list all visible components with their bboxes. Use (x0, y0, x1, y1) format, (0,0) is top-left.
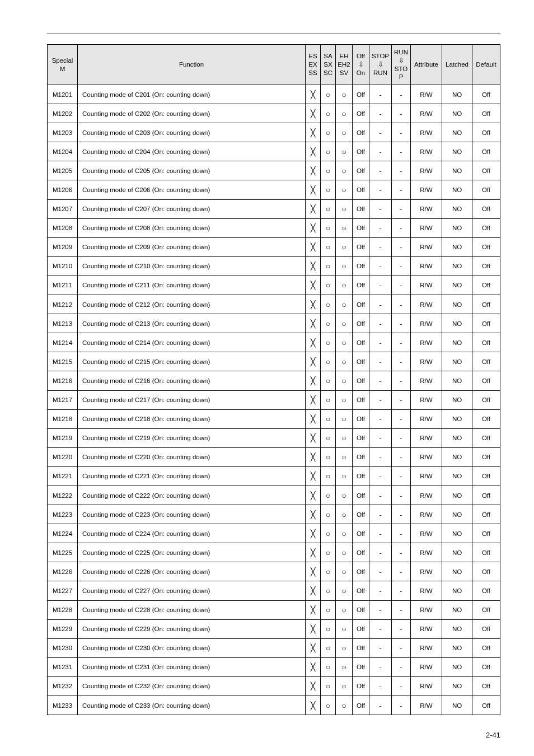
cell-es: ╳ (306, 85, 321, 104)
table-row: M1228Counting mode of C228 (On: counting… (48, 600, 500, 619)
cell-sa: ○ (321, 390, 336, 409)
cell-off: Off (353, 619, 369, 638)
cell-es: ╳ (306, 486, 321, 505)
cell-attribute: R/W (411, 638, 442, 657)
cell-function: Counting mode of C207 (On: counting down… (78, 199, 306, 218)
table-row: M1209Counting mode of C209 (On: counting… (48, 237, 500, 256)
cell-stop: - (369, 638, 392, 657)
cell-sa: ○ (321, 371, 336, 390)
cell-function: Counting mode of C211 (On: counting down… (78, 276, 306, 295)
cell-sa: ○ (321, 562, 336, 581)
cell-run: - (392, 352, 411, 371)
cell-es: ╳ (306, 314, 321, 333)
cell-run: - (392, 180, 411, 199)
cell-function: Counting mode of C204 (On: counting down… (78, 142, 306, 161)
cell-eh: ○ (336, 104, 353, 123)
cell-id: M1232 (48, 676, 78, 696)
cell-attribute: R/W (411, 466, 442, 486)
cell-eh: ○ (336, 447, 353, 466)
cell-id: M1202 (48, 104, 78, 123)
cell-id: M1220 (48, 447, 78, 466)
cell-attribute: R/W (411, 657, 442, 676)
cell-latched: NO (442, 428, 472, 447)
cell-eh: ○ (336, 123, 353, 142)
cell-function: Counting mode of C231 (On: counting down… (78, 657, 306, 676)
cell-id: M1217 (48, 390, 78, 409)
table-row: M1226Counting mode of C226 (On: counting… (48, 562, 500, 581)
cell-off: Off (353, 180, 369, 199)
cell-default: Off (472, 161, 500, 180)
cell-attribute: R/W (411, 123, 442, 142)
cell-function: Counting mode of C209 (On: counting down… (78, 237, 306, 256)
cell-off: Off (353, 352, 369, 371)
cell-stop: - (369, 466, 392, 486)
cell-id: M1204 (48, 142, 78, 161)
cell-default: Off (472, 199, 500, 218)
cell-eh: ○ (336, 600, 353, 619)
cell-es: ╳ (306, 638, 321, 657)
table-row: M1221Counting mode of C221 (On: counting… (48, 466, 500, 486)
table-row: M1208Counting mode of C208 (On: counting… (48, 218, 500, 237)
cell-function: Counting mode of C221 (On: counting down… (78, 466, 306, 486)
cell-latched: NO (442, 276, 472, 295)
cell-stop: - (369, 314, 392, 333)
cell-stop: - (369, 142, 392, 161)
cell-stop: - (369, 333, 392, 352)
cell-id: M1221 (48, 466, 78, 486)
cell-es: ╳ (306, 619, 321, 638)
table-row: M1204Counting mode of C204 (On: counting… (48, 142, 500, 161)
table-row: M1224Counting mode of C224 (On: counting… (48, 524, 500, 543)
cell-default: Off (472, 256, 500, 276)
cell-eh: ○ (336, 352, 353, 371)
cell-off: Off (353, 218, 369, 237)
cell-id: M1208 (48, 218, 78, 237)
cell-latched: NO (442, 371, 472, 390)
cell-stop: - (369, 428, 392, 447)
table-row: M1231Counting mode of C231 (On: counting… (48, 657, 500, 676)
cell-run: - (392, 256, 411, 276)
cell-off: Off (353, 161, 369, 180)
cell-stop: - (369, 447, 392, 466)
cell-eh: ○ (336, 562, 353, 581)
cell-sa: ○ (321, 505, 336, 524)
cell-stop: - (369, 486, 392, 505)
cell-sa: ○ (321, 581, 336, 600)
cell-sa: ○ (321, 543, 336, 562)
cell-off: Off (353, 371, 369, 390)
cell-default: Off (472, 581, 500, 600)
cell-function: Counting mode of C203 (On: counting down… (78, 123, 306, 142)
table-row: M1214Counting mode of C214 (On: counting… (48, 333, 500, 352)
table-header-row: SpecialM Function ESEXSS SASXSC EHEH2SV … (48, 45, 500, 85)
cell-sa: ○ (321, 276, 336, 295)
cell-run: - (392, 85, 411, 104)
cell-id: M1209 (48, 237, 78, 256)
cell-id: M1213 (48, 314, 78, 333)
special-m-table: SpecialM Function ESEXSS SASXSC EHEH2SV … (47, 44, 500, 715)
cell-attribute: R/W (411, 237, 442, 256)
cell-function: Counting mode of C232 (On: counting down… (78, 676, 306, 696)
cell-function: Counting mode of C222 (On: counting down… (78, 486, 306, 505)
cell-default: Off (472, 505, 500, 524)
cell-attribute: R/W (411, 161, 442, 180)
cell-stop: - (369, 657, 392, 676)
cell-eh: ○ (336, 409, 353, 428)
cell-run: - (392, 619, 411, 638)
cell-sa: ○ (321, 123, 336, 142)
cell-eh: ○ (336, 218, 353, 237)
cell-default: Off (472, 447, 500, 466)
cell-sa: ○ (321, 486, 336, 505)
cell-off: Off (353, 638, 369, 657)
cell-stop: - (369, 562, 392, 581)
cell-id: M1231 (48, 657, 78, 676)
cell-latched: NO (442, 524, 472, 543)
cell-stop: - (369, 256, 392, 276)
cell-id: M1228 (48, 600, 78, 619)
cell-id: M1218 (48, 409, 78, 428)
cell-es: ╳ (306, 600, 321, 619)
cell-attribute: R/W (411, 676, 442, 696)
table-row: M1227Counting mode of C227 (On: counting… (48, 581, 500, 600)
cell-latched: NO (442, 619, 472, 638)
table-row: M1218Counting mode of C218 (On: counting… (48, 409, 500, 428)
cell-default: Off (472, 123, 500, 142)
cell-function: Counting mode of C212 (On: counting down… (78, 295, 306, 314)
